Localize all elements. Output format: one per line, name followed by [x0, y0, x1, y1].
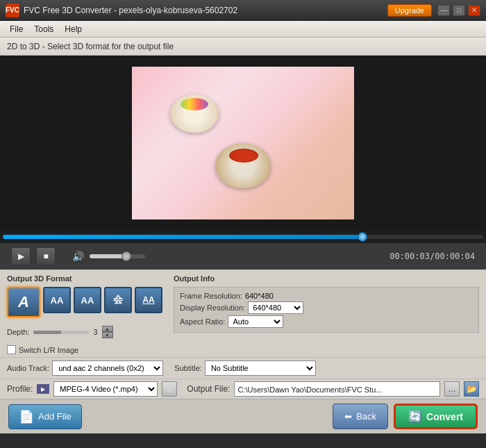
upgrade-button[interactable]: Upgrade	[387, 4, 432, 17]
action-bar: 📄 Add File ⬅ Back 🔄 Convert	[0, 399, 486, 433]
switch-lr-checkbox[interactable]	[7, 345, 16, 354]
video-area	[0, 56, 486, 231]
add-file-button[interactable]: 📄 Add File	[8, 404, 82, 429]
display-res-row: Display Resolution: 640*480	[180, 301, 473, 314]
controls-row: ▶ ■ 🔊 00:00:03/00:00:04	[0, 243, 486, 269]
open-folder-button[interactable]: 📂	[464, 381, 479, 397]
menu-help[interactable]: Help	[59, 23, 87, 35]
output-info-section: Output Info Frame Resolution: 640*480 Di…	[174, 274, 479, 354]
seek-bar[interactable]	[3, 235, 483, 239]
subtitle-row: Subtitle: No Subtitle	[174, 360, 316, 376]
format-btn-3[interactable]: AA	[74, 287, 101, 313]
output-info-title: Output Info	[174, 274, 479, 283]
convert-button[interactable]: 🔄 Convert	[394, 404, 478, 429]
format-btn-2[interactable]: AA	[43, 287, 71, 313]
audio-track-row: Audio Track: und aac 2 channels (0x2)	[7, 360, 163, 376]
food-decoration-1	[170, 94, 219, 133]
switch-lr-row: Switch L/R Image	[7, 345, 78, 354]
play-button[interactable]: ▶	[11, 247, 31, 265]
back-button[interactable]: ⬅ Back	[333, 404, 388, 429]
subtitle-label: Subtitle:	[174, 364, 202, 372]
frame-res-value: 640*480	[245, 292, 274, 300]
menu-file[interactable]: File	[4, 23, 28, 35]
seek-thumb	[358, 232, 367, 242]
add-file-label: Add File	[38, 411, 72, 422]
video-thumbnail	[132, 67, 354, 219]
audio-subtitle-row: Audio Track: und aac 2 channels (0x2) Su…	[0, 357, 486, 379]
seek-bar-container	[0, 231, 486, 243]
stop-button[interactable]: ■	[36, 247, 56, 265]
output-info-panel: Frame Resolution: 640*480 Display Resolu…	[174, 287, 479, 333]
close-button[interactable]: ✕	[468, 5, 480, 16]
title-left: FVC FVC Free 3D Converter - pexels-olya-…	[6, 3, 237, 17]
format-section-title: Output 3D Format	[7, 274, 162, 283]
status-bar: 2D to 3D - Select 3D format for the outp…	[0, 38, 486, 56]
title-bar: FVC FVC Free 3D Converter - pexels-olya-…	[0, 0, 486, 21]
format-btn-4[interactable]: 会	[104, 287, 132, 313]
profile-icon: ▶	[37, 384, 49, 394]
video-preview	[132, 67, 354, 219]
audio-track-label: Audio Track:	[7, 364, 49, 372]
volume-icon: 🔊	[72, 251, 84, 262]
menu-tools[interactable]: Tools	[28, 23, 59, 35]
profile-select[interactable]: MPEG-4 Video (*.mp4)	[53, 381, 158, 397]
depth-row: Depth: 3 ▲ ▼	[7, 326, 113, 338]
minimize-button[interactable]: —	[437, 5, 450, 16]
status-text: 2D to 3D - Select 3D format for the outp…	[7, 42, 174, 51]
format-btn-5[interactable]: AA	[135, 287, 162, 313]
window-title: FVC Free 3D Converter - pexels-olya-kobr…	[24, 6, 237, 15]
action-right: ⬅ Back 🔄 Convert	[333, 404, 478, 429]
convert-icon: 🔄	[408, 410, 422, 423]
depth-spinner: ▲ ▼	[102, 326, 113, 338]
time-display: 00:00:03/00:00:04	[389, 251, 475, 261]
volume-slider[interactable]	[90, 254, 145, 258]
depth-slider[interactable]	[33, 331, 89, 334]
profile-output-row: Profile: ▶ MPEG-4 Video (*.mp4) ⚙ Output…	[0, 379, 486, 399]
app-icon: FVC	[6, 3, 19, 17]
format-btn-1[interactable]: A	[7, 287, 40, 317]
back-label: Back	[356, 411, 376, 422]
profile-label: Profile:	[7, 384, 33, 394]
add-file-icon: 📄	[19, 409, 34, 424]
subtitle-select[interactable]: No Subtitle	[205, 360, 316, 376]
audio-track-select[interactable]: und aac 2 channels (0x2)	[52, 360, 163, 376]
output-file-path: C:\Users\Dawn Yao\Documents\FVC Stu...	[234, 381, 440, 397]
back-icon: ⬅	[344, 411, 352, 422]
format-left: Output 3D Format A AA AA 会	[7, 274, 162, 354]
food-decoration-2	[215, 143, 271, 188]
depth-down[interactable]: ▼	[102, 332, 113, 338]
browse-output-button[interactable]: …	[444, 381, 460, 397]
output-file-label: Output File:	[187, 384, 230, 394]
frame-res-row: Frame Resolution: 640*480	[180, 292, 473, 300]
format-icons-row: A AA AA 会 AA Depth:	[7, 287, 162, 354]
aspect-ratio-select[interactable]: Auto	[228, 315, 283, 328]
format-section: Output 3D Format A AA AA 会	[0, 269, 486, 357]
profile-settings-button[interactable]: ⚙	[162, 381, 177, 397]
menu-bar: File Tools Help	[0, 21, 486, 38]
depth-up[interactable]: ▲	[102, 326, 113, 332]
restore-button[interactable]: □	[453, 5, 465, 16]
volume-thumb	[122, 251, 131, 261]
convert-label: Convert	[426, 411, 463, 422]
display-res-select[interactable]: 640*480	[248, 301, 303, 314]
aspect-ratio-row: Aspect Ratio: Auto	[180, 315, 473, 328]
window-controls: — □ ✕	[437, 5, 480, 16]
seek-fill	[3, 235, 363, 239]
